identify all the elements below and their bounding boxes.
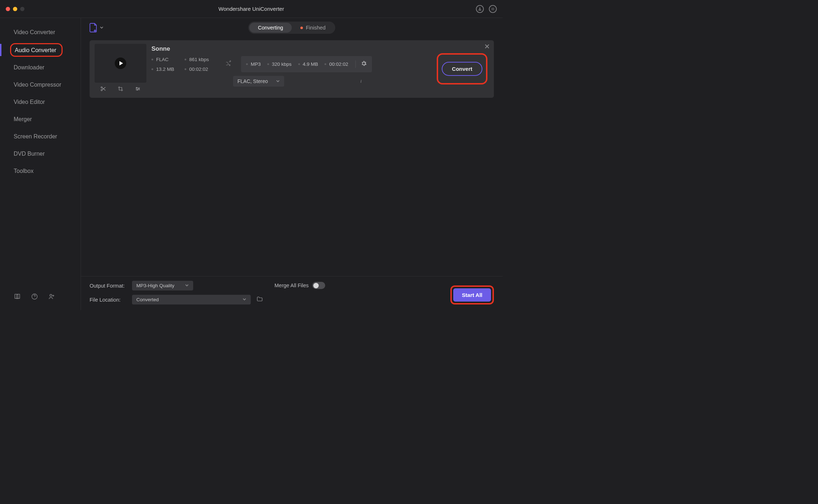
sidebar-item-toolbox[interactable]: Toolbox — [0, 162, 81, 180]
bottom-bar: Output Format: MP3-High Quality File Loc… — [81, 276, 503, 310]
chevron-down-icon — [242, 297, 246, 302]
svg-point-6 — [137, 90, 137, 90]
add-file-icon — [90, 23, 97, 32]
file-location-label: File Location: — [90, 297, 128, 303]
highlight-audio-converter: Audio Converter — [10, 43, 63, 57]
tab-converting[interactable]: Converting — [249, 23, 292, 33]
file-title: Sonne — [151, 45, 432, 52]
sidebar-item-label: Merger — [14, 116, 32, 122]
dst-size: 4.9 MB — [303, 61, 318, 67]
convert-arrow-icon — [225, 60, 232, 69]
source-meta: FLAC 861 kbps 13.2 MB 00:02:02 — [151, 57, 218, 72]
sidebar-item-label: Screen Recorder — [14, 133, 57, 139]
sidebar-item-label: Video Compressor — [14, 82, 61, 88]
convert-button[interactable]: Convert — [442, 62, 482, 76]
sidebar-item-downloader[interactable]: Downloader — [0, 59, 81, 76]
trim-icon[interactable] — [100, 86, 106, 93]
start-all-button[interactable]: Start All — [453, 288, 491, 302]
sidebar-item-screen-recorder[interactable]: Screen Recorder — [0, 128, 81, 145]
chevron-down-icon — [276, 78, 280, 84]
src-bitrate: 861 kbps — [189, 57, 209, 62]
sidebar-item-label: Downloader — [14, 64, 44, 70]
tab-segment: Converting Finished — [248, 22, 335, 34]
chevron-down-icon — [185, 283, 189, 288]
effects-icon[interactable] — [135, 86, 141, 93]
src-duration: 00:02:02 — [189, 67, 208, 72]
dst-format: MP3 — [251, 61, 261, 67]
output-format-select[interactable]: MP3-High Quality — [132, 281, 193, 290]
merge-label: Merge All Files — [274, 283, 309, 288]
sidebar-item-video-converter[interactable]: Video Converter — [0, 24, 81, 41]
sidebar-item-video-editor[interactable]: Video Editor — [0, 93, 81, 111]
play-icon — [115, 58, 126, 69]
sidebar-item-video-compressor[interactable]: Video Compressor — [0, 76, 81, 93]
menu-icon[interactable] — [489, 5, 497, 13]
help-icon[interactable] — [31, 293, 38, 302]
file-thumbnail[interactable] — [95, 44, 146, 83]
merge-toggle[interactable] — [312, 282, 325, 289]
sidebar-item-dvd-burner[interactable]: DVD Burner — [0, 145, 81, 162]
dst-duration: 00:02:02 — [329, 61, 348, 67]
window-controls — [6, 7, 24, 11]
format-select[interactable]: FLAC, Stereo — [233, 76, 284, 87]
book-icon[interactable] — [14, 293, 21, 302]
titlebar: Wondershare UniConverter — [0, 0, 503, 18]
sidebar-item-label: Toolbox — [14, 168, 33, 174]
sidebar-item-merger[interactable]: Merger — [0, 111, 81, 128]
sidebar-item-label: Audio Converter — [15, 47, 56, 53]
file-location-select[interactable]: Converted — [132, 295, 251, 304]
svg-point-4 — [136, 87, 137, 88]
highlight-start-all: Start All — [450, 285, 494, 304]
crop-icon[interactable] — [117, 86, 124, 93]
src-size: 13.2 MB — [156, 67, 174, 72]
chevron-down-icon — [100, 24, 104, 31]
src-format: FLAC — [156, 57, 169, 62]
finished-indicator-dot — [300, 27, 303, 29]
tab-finished[interactable]: Finished — [292, 23, 334, 33]
sidebar-item-label: Video Converter — [14, 29, 55, 35]
svg-point-5 — [138, 88, 139, 89]
sidebar: Video Converter Audio Converter Download… — [0, 18, 81, 310]
close-icon[interactable] — [485, 44, 490, 50]
close-window-button[interactable] — [6, 7, 10, 11]
dst-bitrate: 320 kbps — [272, 61, 292, 67]
sidebar-item-label: DVD Burner — [14, 151, 45, 157]
maximize-window-button[interactable] — [20, 7, 24, 11]
minimize-window-button[interactable] — [13, 7, 17, 11]
destination-meta: MP3 320 kbps 4.9 MB 00:02:02 — [241, 56, 372, 72]
sidebar-item-label: Video Editor — [14, 99, 45, 105]
sidebar-item-audio-converter[interactable]: Audio Converter — [0, 41, 81, 59]
invite-icon[interactable] — [48, 293, 55, 302]
highlight-convert: Convert — [437, 53, 487, 84]
file-card: Sonne FLAC 861 kbps 13.2 MB 00:02:02 MP3… — [90, 40, 494, 98]
open-folder-icon[interactable] — [256, 296, 263, 304]
output-format-label: Output Format: — [90, 283, 128, 289]
user-account-icon[interactable] — [476, 5, 484, 13]
gear-icon[interactable] — [355, 60, 367, 68]
app-title: Wondershare UniConverter — [218, 6, 284, 12]
add-file-button[interactable] — [90, 23, 104, 32]
main-panel: Converting Finished Son — [81, 18, 503, 310]
info-icon[interactable]: i — [360, 78, 362, 84]
svg-point-1 — [50, 294, 52, 297]
